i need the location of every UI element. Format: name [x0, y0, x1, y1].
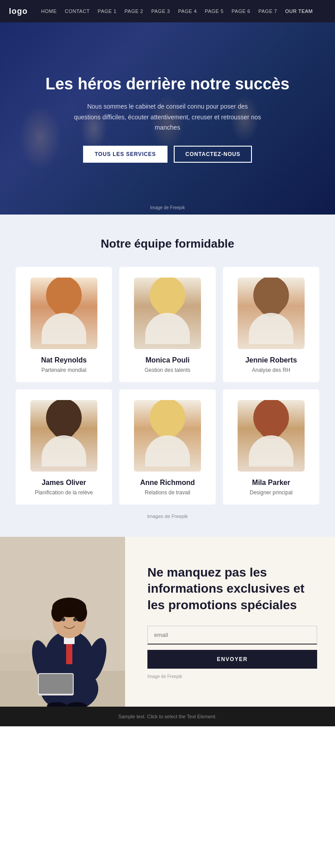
person-suit — [0, 537, 125, 707]
hero-subtitle: Nous sommes le cabinet de conseil connu … — [74, 101, 261, 133]
avatar-head-jennie — [258, 287, 285, 316]
member-name-jennie: Jennie Roberts — [245, 356, 297, 364]
services-button[interactable]: TOUS LES SERVICES — [83, 146, 168, 163]
footer: Sample text. Click to select the Text El… — [0, 707, 335, 726]
member-role-monica: Gestion des talents — [145, 367, 191, 373]
svg-point-21 — [62, 618, 65, 621]
newsletter-content: Ne manquez pas les informations exclusiv… — [125, 547, 335, 697]
avatar-body-anne — [145, 435, 190, 467]
member-name-monica: Monica Pouli — [146, 356, 190, 364]
member-name-james: James Oliver — [42, 479, 86, 487]
svg-rect-15 — [39, 674, 73, 694]
avatar-jennie — [238, 278, 305, 349]
freepik-link-newsletter[interactable]: Freepik — [167, 674, 182, 679]
team-photo-jennie — [238, 278, 305, 349]
hero-title: Les héros derrière notre succès — [46, 74, 289, 93]
team-card-nat: Nat Reynolds Partenaire mondial — [16, 267, 112, 382]
nav-page3[interactable]: PAGE 3 — [151, 8, 170, 14]
email-input[interactable] — [147, 626, 317, 645]
team-card-mila: Mila Parker Designer principal — [223, 389, 319, 505]
freepik-link-hero[interactable]: Freepik — [170, 205, 185, 210]
hero-attribution: Image de Freepik — [150, 205, 185, 210]
member-role-jennie: Analyse des RH — [252, 367, 290, 373]
team-card-james: James Oliver Planification de la relève — [16, 389, 112, 505]
hero-buttons: TOUS LES SERVICES CONTACTEZ-NOUS — [46, 146, 289, 163]
svg-point-22 — [73, 618, 77, 621]
avatar-mila — [238, 400, 305, 472]
member-role-nat: Partenaire mondial — [42, 367, 87, 373]
team-photo-anne — [134, 400, 201, 472]
avatar-james — [30, 400, 97, 472]
nav-page1[interactable]: PAGE 1 — [98, 8, 117, 14]
nav-links: HOME CONTACT PAGE 1 PAGE 2 PAGE 3 PAGE 4… — [41, 8, 313, 14]
nav-page6[interactable]: PAGE 6 — [232, 8, 251, 14]
person-svg — [0, 537, 125, 707]
contact-button[interactable]: CONTACTEZ-NOUS — [174, 146, 252, 163]
team-card-jennie: Jennie Roberts Analyse des RH — [223, 267, 319, 382]
member-name-anne: Anne Richmond — [140, 479, 195, 487]
avatar-anne — [134, 400, 201, 472]
avatar-body-mila — [249, 435, 293, 467]
team-card-monica: Monica Pouli Gestion des talents — [119, 267, 216, 382]
nav-page2[interactable]: PAGE 2 — [125, 8, 143, 14]
member-name-nat: Nat Reynolds — [41, 356, 87, 364]
team-title: Notre équipe formidable — [13, 237, 322, 251]
send-button[interactable]: ENVOYER — [147, 650, 317, 669]
newsletter-attribution: Image de Freepik — [147, 674, 317, 679]
nav-page5[interactable]: PAGE 5 — [205, 8, 224, 14]
team-grid: Nat Reynolds Partenaire mondial Monica P… — [16, 267, 319, 505]
avatar-body-nat — [42, 313, 86, 344]
hero-content: Les héros derrière notre succès Nous som… — [19, 74, 316, 163]
team-card-anne: Anne Richmond Relations de travail — [119, 389, 216, 505]
member-role-mila: Designer principal — [250, 489, 293, 496]
navbar: logo HOME CONTACT PAGE 1 PAGE 2 PAGE 3 P… — [0, 0, 335, 22]
nav-our-team[interactable]: OUR TEAM — [285, 8, 313, 14]
avatar-head-monica — [154, 287, 181, 316]
team-photo-nat — [30, 278, 97, 349]
avatar-head-nat — [50, 287, 77, 316]
footer-text: Sample text. Click to select the Text El… — [118, 714, 217, 719]
avatar-body-jennie — [249, 313, 293, 344]
nav-page7[interactable]: PAGE 7 — [258, 8, 277, 14]
newsletter-title: Ne manquez pas les informations exclusiv… — [147, 565, 317, 613]
team-photo-monica — [134, 278, 201, 349]
avatar-monica — [134, 278, 201, 349]
avatar-nat — [30, 278, 97, 349]
team-photo-james — [30, 400, 97, 472]
team-attribution: Images de Freepik — [13, 514, 322, 519]
member-name-mila: Mila Parker — [252, 479, 290, 487]
freepik-link-team[interactable]: Freepik — [172, 514, 188, 519]
hero-section: Les héros derrière notre succès Nous som… — [0, 22, 335, 215]
avatar-head-james — [50, 410, 77, 439]
member-role-james: Planification de la relève — [35, 489, 93, 496]
nav-logo[interactable]: logo — [9, 7, 28, 16]
avatar-head-anne — [154, 410, 181, 439]
nav-page4[interactable]: PAGE 4 — [178, 8, 197, 14]
avatar-body-james — [42, 435, 86, 467]
nav-contact[interactable]: CONTACT — [65, 8, 90, 14]
avatar-body-monica — [145, 313, 190, 344]
member-role-anne: Relations de travail — [145, 489, 190, 496]
team-section: Notre équipe formidable Nat Reynolds Par… — [0, 215, 335, 537]
nav-home[interactable]: HOME — [41, 8, 57, 14]
newsletter-section: Ne manquez pas les informations exclusiv… — [0, 537, 335, 707]
team-photo-mila — [238, 400, 305, 472]
avatar-head-mila — [258, 410, 285, 439]
newsletter-person-image — [0, 537, 125, 707]
